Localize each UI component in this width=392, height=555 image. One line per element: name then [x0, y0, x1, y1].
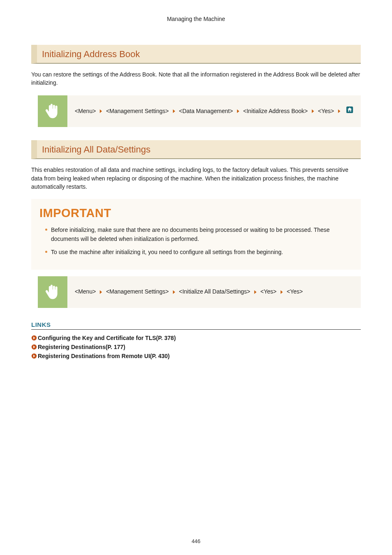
important-item: Before initializing, make sure that ther…	[45, 226, 353, 243]
link-label: Registering Destinations from Remote UI(…	[38, 353, 170, 359]
section-heading-initialize-all-data: Initializing All Data/Settings	[31, 140, 361, 159]
home-icon	[346, 106, 353, 117]
link-arrow-icon	[31, 344, 37, 350]
procedure-step: <Yes>	[287, 288, 303, 295]
procedure-step: <Yes>	[318, 107, 334, 114]
procedure-step: <Yes>	[261, 288, 277, 295]
step-arrow-icon	[172, 106, 176, 116]
link-item[interactable]: Registering Destinations from Remote UI(…	[31, 353, 361, 359]
step-arrow-icon	[337, 106, 341, 116]
important-list: Before initializing, make sure that ther…	[39, 226, 353, 257]
important-title: IMPORTANT	[39, 206, 353, 220]
procedure-step: <Data Management>	[179, 107, 233, 114]
procedure-step: <Management Settings>	[106, 288, 169, 295]
link-label: Configuring the Key and Certificate for …	[38, 335, 176, 341]
procedure-block-2: <Menu> <Management Settings> <Initialize…	[38, 276, 361, 308]
section2-body: This enables restoration of all data and…	[31, 166, 361, 191]
link-arrow-icon	[31, 335, 37, 341]
procedure-block-1: <Menu> <Management Settings> <Data Manag…	[38, 95, 361, 127]
step-arrow-icon	[99, 106, 103, 116]
important-box: IMPORTANT Before initializing, make sure…	[31, 199, 361, 270]
procedure-hand-icon	[38, 95, 67, 127]
step-arrow-icon	[99, 287, 103, 297]
links-heading: LINKS	[31, 321, 361, 330]
section-heading-initialize-address-book: Initializing Address Book	[31, 45, 361, 64]
important-item: To use the machine after initializing it…	[45, 248, 353, 257]
link-label: Registering Destinations(P. 177)	[38, 344, 125, 350]
step-arrow-icon	[172, 287, 176, 297]
link-item[interactable]: Configuring the Key and Certificate for …	[31, 335, 361, 341]
step-arrow-icon	[280, 287, 284, 297]
procedure-step: <Menu>	[75, 107, 96, 114]
procedure-text-1: <Menu> <Management Settings> <Data Manag…	[67, 95, 361, 127]
step-arrow-icon	[236, 106, 240, 116]
link-item[interactable]: Registering Destinations(P. 177)	[31, 344, 361, 350]
procedure-step: <Initialize All Data/Settings>	[179, 288, 250, 295]
page-top-title: Managing the Machine	[31, 16, 361, 22]
section1-body: You can restore the settings of the Addr…	[31, 70, 361, 87]
procedure-step: <Management Settings>	[106, 107, 169, 114]
procedure-step: <Menu>	[75, 288, 96, 295]
procedure-text-2: <Menu> <Management Settings> <Initialize…	[67, 276, 361, 308]
page-number: 446	[0, 538, 392, 544]
step-arrow-icon	[311, 106, 315, 116]
step-arrow-icon	[254, 287, 257, 297]
link-list: Configuring the Key and Certificate for …	[31, 335, 361, 359]
procedure-hand-icon	[38, 276, 67, 308]
procedure-step: <Initialize Address Book>	[243, 107, 308, 114]
link-arrow-icon	[31, 353, 37, 359]
